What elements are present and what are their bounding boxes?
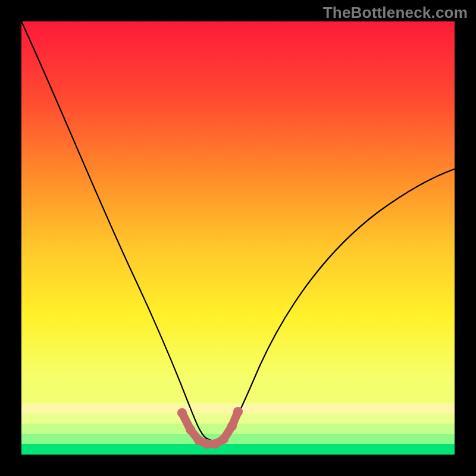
svg-rect-4 bbox=[21, 444, 455, 455]
chart-svg bbox=[21, 21, 455, 455]
watermark-text: TheBottleneck.com bbox=[323, 4, 468, 22]
svg-point-12 bbox=[233, 407, 243, 416]
svg-point-5 bbox=[177, 408, 187, 418]
svg-point-11 bbox=[227, 421, 237, 431]
svg-point-8 bbox=[202, 439, 212, 449]
svg-point-7 bbox=[194, 436, 203, 445]
svg-rect-2 bbox=[21, 424, 455, 434]
chart-frame: TheBottleneck.com bbox=[0, 0, 476, 476]
svg-point-6 bbox=[186, 425, 195, 434]
svg-point-10 bbox=[219, 434, 228, 444]
plot-area bbox=[21, 21, 455, 455]
gradient-background bbox=[21, 21, 455, 455]
svg-point-9 bbox=[211, 439, 220, 449]
svg-rect-3 bbox=[21, 434, 455, 444]
